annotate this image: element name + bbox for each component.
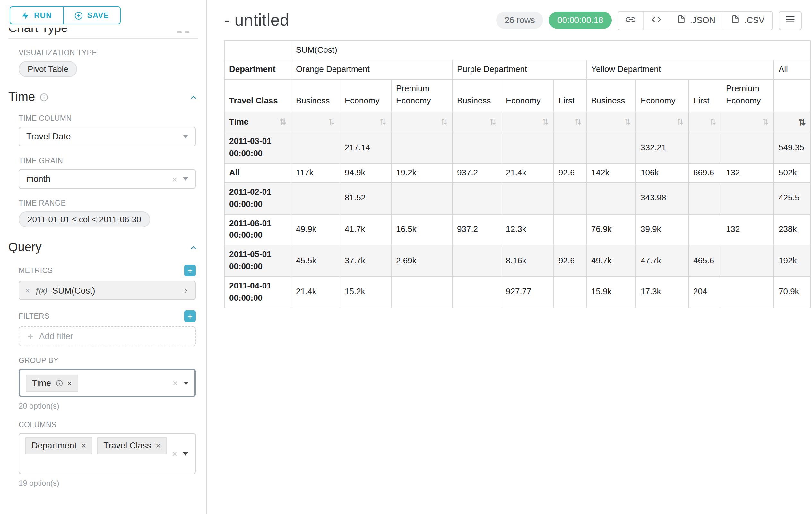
export-json-button[interactable]: .JSON [669,11,723,29]
data-cell [452,132,501,164]
sort-cell-active: ⇅ [774,112,810,132]
sort-icon[interactable]: ⇅ [624,117,631,126]
time-column-label: TIME COLUMN [19,114,196,122]
add-metric-button[interactable]: + [184,265,196,276]
time-range-chip[interactable]: 2011-01-01 ≤ col < 2011-06-30 [19,211,150,227]
add-filter-button[interactable]: + [184,310,196,322]
sort-icon[interactable]: ⇅ [379,117,386,126]
chart-panel: - untitled 26 rows 00:00:00.18 [207,0,812,514]
data-cell [501,132,554,164]
travel-class-cell: Premium Economy [721,79,774,112]
time-grain-select[interactable]: month × [19,169,196,189]
sort-cell: ⇅ [554,112,586,132]
chart-header-actions: 26 rows 00:00:00.18 [496,10,802,30]
data-cell [291,183,340,214]
table-row: 2011-04-01 00:00:0021.4k15.2k927.7715.9k… [224,277,810,308]
data-cell: 41.7k [340,214,391,245]
data-cell: 81.52 [340,183,391,214]
data-cell [721,183,774,214]
remove-icon[interactable]: × [25,286,30,295]
data-cell: 16.5k [391,214,452,245]
visualization-type-chip[interactable]: Pivot Table [19,61,77,77]
data-cell: 76.9k [586,214,636,245]
sort-cell: ⇅ [689,112,721,132]
chevron-down-icon[interactable] [183,452,188,455]
sort-icon[interactable]: ⇅ [762,117,769,126]
sort-icon[interactable]: ⇅ [676,117,684,126]
remove-icon[interactable]: × [156,441,161,450]
row-label-cell: 2011-03-01 00:00:00 [224,132,291,164]
sort-icon[interactable]: ⇅ [328,117,335,126]
code-icon [651,15,661,26]
data-cell: 12.3k [501,214,554,245]
metrics-label: METRICS [19,267,53,274]
run-button[interactable]: RUN [10,7,63,24]
data-cell [721,132,774,164]
sort-icon[interactable]: ⇅ [709,117,716,126]
travel-class-cell: First [554,79,586,112]
time-section-header: Time [8,90,198,104]
sort-icon[interactable]: ⇅ [279,116,286,128]
department-group-cell: Orange Department [291,60,452,79]
travel-class-cell: Premium Economy [391,79,452,112]
sort-desc-icon[interactable]: ⇅ [798,117,806,127]
group-by-options-hint: 20 option(s) [19,402,196,410]
clear-icon[interactable]: × [173,378,178,387]
travel-class-cell: Economy [636,79,689,112]
travel-class-label-cell: Travel Class [224,79,291,112]
save-button[interactable]: SAVE [63,7,120,24]
data-cell [501,183,554,214]
clear-icon[interactable]: × [172,174,177,184]
sidebar-topbar: RUN SAVE [0,0,206,24]
remove-icon[interactable]: × [81,441,86,450]
export-csv-button[interactable]: .CSV [723,11,772,29]
data-cell [291,132,340,164]
chevron-down-icon[interactable] [183,381,189,384]
query-timer-badge: 00:00:00.18 [549,11,612,29]
more-options-button[interactable] [779,10,802,30]
pivot-class-row: Travel ClassBusinessEconomyPremium Econo… [224,79,810,112]
data-cell: 21.4k [501,164,554,183]
sort-icon[interactable]: ⇅ [542,117,549,126]
plus-circle-icon [75,11,83,20]
columns-tag[interactable]: Travel Class × [97,437,167,454]
visualization-type-label: VISUALIZATION TYPE [19,49,196,57]
data-cell: 92.6 [554,245,586,277]
copy-link-button[interactable] [618,11,643,29]
info-icon [39,93,48,101]
pivot-head: SUM(Cost)DepartmentOrange DepartmentPurp… [224,41,810,132]
data-cell: 49.7k [586,245,636,277]
data-cell: 669.6 [689,164,721,183]
sort-icon[interactable]: ⇅ [489,117,496,126]
columns-select[interactable]: Department × Travel Class × × [19,433,196,474]
data-cell: 132 [721,164,774,183]
all-column-cell: All [774,60,810,79]
chevron-up-icon[interactable] [190,243,198,251]
data-cell: 15.9k [586,277,636,308]
data-cell: 49.9k [291,214,340,245]
clear-icon[interactable]: × [172,449,177,458]
sort-icon[interactable]: ⇅ [575,117,582,126]
metric-option[interactable]: × ƒ(x) SUM(Cost) [19,281,196,300]
all-class-empty-cell [774,79,810,112]
columns-tag[interactable]: Department × [25,437,92,454]
group-by-tag[interactable]: Time × [26,374,78,391]
embed-code-button[interactable] [643,11,669,29]
travel-class-cell: Business [452,79,501,112]
chevron-up-icon[interactable] [190,93,198,101]
remove-icon[interactable]: × [67,379,72,387]
add-filter-dropzone[interactable]: + Add filter [19,326,196,346]
sort-icon[interactable]: ⇅ [440,117,447,126]
pivot-body: 2011-03-01 00:00:00217.14332.21549.35All… [224,132,810,308]
columns-options-hint: 19 option(s) [19,479,196,488]
data-cell [554,183,586,214]
tag-label: Department [31,441,77,451]
time-column-select[interactable]: Travel Date [19,127,196,146]
data-cell [689,183,721,214]
data-cell [586,183,636,214]
file-icon [731,15,740,26]
chevron-right-icon[interactable] [182,287,190,294]
group-by-select[interactable]: Time × × [19,369,196,397]
time-column-value: Travel Date [26,132,71,141]
travel-class-cell: Business [586,79,636,112]
